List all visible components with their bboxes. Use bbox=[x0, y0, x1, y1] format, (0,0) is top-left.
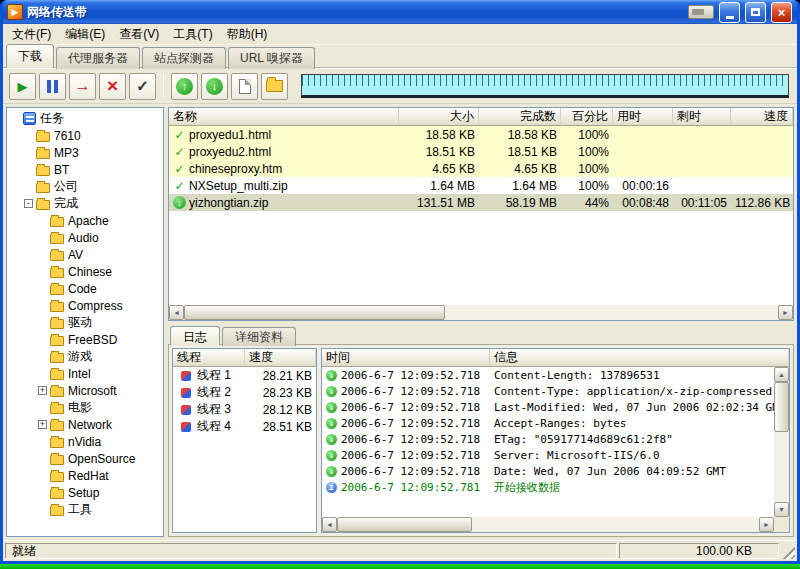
thread-row[interactable]: 线程 128.21 KB bbox=[173, 367, 316, 384]
scroll-right-button[interactable]: ► bbox=[759, 517, 774, 532]
log-row[interactable]: 2006-6-7 12:09:52.718Content-Type: appli… bbox=[322, 383, 774, 399]
tree-item[interactable]: Chinese bbox=[7, 263, 163, 280]
app-icon[interactable]: ▶ bbox=[7, 4, 23, 20]
tree-item[interactable]: 游戏 bbox=[7, 348, 163, 365]
tree-item[interactable]: OpenSource bbox=[7, 450, 163, 467]
tree-item[interactable]: FreeBSD bbox=[7, 331, 163, 348]
column-header-elapsed[interactable]: 用时 bbox=[613, 108, 673, 126]
open-folder-button[interactable] bbox=[261, 73, 288, 100]
column-header-thread[interactable]: 线程 bbox=[173, 349, 245, 367]
download-row[interactable]: chineseproxy.htm4.65 KB4.65 KB100% bbox=[169, 160, 793, 177]
tree-item[interactable]: Setup bbox=[7, 484, 163, 501]
scrollbar-track[interactable] bbox=[184, 305, 778, 320]
tree-item[interactable]: Intel bbox=[7, 365, 163, 382]
download-row[interactable]: proxyedu2.html18.51 KB18.51 KB100% bbox=[169, 143, 793, 160]
tree-item[interactable]: nVidia bbox=[7, 433, 163, 450]
column-header-completed[interactable]: 完成数 bbox=[479, 108, 561, 126]
menu-view[interactable]: 查看(V) bbox=[112, 24, 166, 45]
download-row[interactable]: proxyedu1.html18.58 KB18.58 KB100% bbox=[169, 126, 793, 143]
column-header-remaining[interactable]: 剩时 bbox=[673, 108, 731, 126]
tree-item[interactable]: RedHat bbox=[7, 467, 163, 484]
log-message: ETag: "05917714d689c61:2f8" bbox=[490, 433, 774, 446]
download-size: 18.58 KB bbox=[399, 128, 479, 142]
tree-item[interactable]: 工具 bbox=[7, 501, 163, 518]
tree-item[interactable]: AV bbox=[7, 246, 163, 263]
tree-item[interactable]: +Microsoft bbox=[7, 382, 163, 399]
menu-file[interactable]: 文件(F) bbox=[5, 24, 58, 45]
minimize-button[interactable] bbox=[719, 2, 740, 23]
log-row[interactable]: 2006-6-7 12:09:52.781开始接收数据 bbox=[322, 479, 774, 495]
log-row[interactable]: 2006-6-7 12:09:52.718Server: Microsoft-I… bbox=[322, 447, 774, 463]
column-header-size[interactable]: 大小 bbox=[399, 108, 479, 126]
tab-site-explorer[interactable]: 站点探测器 bbox=[142, 47, 226, 69]
menu-tools[interactable]: 工具(T) bbox=[166, 24, 219, 45]
move-up-button[interactable]: ↑ bbox=[171, 73, 198, 100]
download-row[interactable]: yizhongtian.zip131.51 MB58.19 MB44%00:08… bbox=[169, 194, 793, 211]
menu-help[interactable]: 帮助(H) bbox=[220, 24, 275, 45]
scroll-left-button[interactable]: ◄ bbox=[169, 305, 184, 320]
tree-item[interactable]: BT bbox=[7, 161, 163, 178]
scrollbar-thumb[interactable] bbox=[774, 382, 789, 432]
tree-item[interactable]: Apache bbox=[7, 212, 163, 229]
scroll-right-button[interactable]: ► bbox=[778, 305, 793, 320]
log-info-icon bbox=[326, 482, 337, 493]
scroll-up-button[interactable]: ▲ bbox=[774, 367, 789, 382]
scrollbar-thumb[interactable] bbox=[337, 517, 472, 532]
column-header-name[interactable]: 名称 bbox=[169, 108, 399, 126]
close-button[interactable]: × bbox=[771, 2, 792, 23]
tree-item[interactable]: 任务 bbox=[7, 110, 163, 127]
expand-icon[interactable]: + bbox=[38, 386, 47, 395]
tree-item[interactable]: -完成 bbox=[7, 195, 163, 212]
tree-item[interactable]: 驱动 bbox=[7, 314, 163, 331]
log-row[interactable]: 2006-6-7 12:09:52.718Date: Wed, 07 Jun 2… bbox=[322, 463, 774, 479]
tree-item[interactable]: Audio bbox=[7, 229, 163, 246]
tab-proxy-servers[interactable]: 代理服务器 bbox=[56, 47, 140, 69]
scrollbar-thumb[interactable] bbox=[184, 305, 445, 320]
delete-task-button[interactable] bbox=[99, 73, 126, 100]
log-row[interactable]: 2006-6-7 12:09:52.718Last-Modified: Wed,… bbox=[322, 399, 774, 415]
scrollbar-track[interactable] bbox=[337, 517, 759, 532]
move-task-button[interactable] bbox=[69, 73, 96, 100]
tree-item[interactable]: 7610 bbox=[7, 127, 163, 144]
log-row[interactable]: 2006-6-7 12:09:52.718Accept-Ranges: byte… bbox=[322, 415, 774, 431]
tab-download[interactable]: 下载 bbox=[6, 44, 54, 68]
column-header-message[interactable]: 信息 bbox=[490, 349, 789, 367]
download-hscrollbar[interactable]: ◄ ► bbox=[169, 305, 793, 320]
column-header-thread-speed[interactable]: 速度 bbox=[245, 349, 316, 367]
tree-item[interactable]: 电影 bbox=[7, 399, 163, 416]
column-header-time[interactable]: 时间 bbox=[322, 349, 490, 367]
download-size: 18.51 KB bbox=[399, 145, 479, 159]
tab-log[interactable]: 日志 bbox=[170, 326, 220, 345]
new-download-button[interactable] bbox=[9, 73, 36, 100]
collapse-icon[interactable]: - bbox=[24, 199, 33, 208]
tree-item[interactable]: MP3 bbox=[7, 144, 163, 161]
resize-grip[interactable] bbox=[781, 543, 795, 559]
column-header-speed[interactable]: 速度 bbox=[731, 108, 793, 126]
open-file-button[interactable] bbox=[231, 73, 258, 100]
tab-url-sniffer[interactable]: URL 嗅探器 bbox=[228, 47, 315, 69]
log-row[interactable]: 2006-6-7 12:09:52.718Content-Length: 137… bbox=[322, 367, 774, 383]
tab-details[interactable]: 详细资料 bbox=[222, 327, 296, 346]
download-row[interactable]: NXSetup_multi.zip1.64 MB1.64 MB100%00:00… bbox=[169, 177, 793, 194]
pause-button[interactable] bbox=[39, 73, 66, 100]
column-header-percent[interactable]: 百分比 bbox=[561, 108, 613, 126]
log-vscrollbar[interactable]: ▲ ▼ bbox=[774, 367, 789, 517]
scroll-down-button[interactable]: ▼ bbox=[774, 502, 789, 517]
log-hscrollbar[interactable]: ◄ ► bbox=[322, 517, 789, 532]
tree-item[interactable]: Code bbox=[7, 280, 163, 297]
thread-row[interactable]: 线程 228.23 KB bbox=[173, 384, 316, 401]
thread-row[interactable]: 线程 428.51 KB bbox=[173, 418, 316, 435]
scrollbar-track[interactable] bbox=[774, 382, 789, 502]
expand-icon[interactable]: + bbox=[38, 420, 47, 429]
tree-item[interactable]: 公司 bbox=[7, 178, 163, 195]
move-down-button[interactable]: ↓ bbox=[201, 73, 228, 100]
tree-item[interactable]: +Network bbox=[7, 416, 163, 433]
menu-edit[interactable]: 编辑(E) bbox=[58, 24, 112, 45]
commit-button[interactable] bbox=[129, 73, 156, 100]
maximize-button[interactable] bbox=[745, 2, 766, 23]
log-row[interactable]: 2006-6-7 12:09:52.718ETag: "05917714d689… bbox=[322, 431, 774, 447]
titlebar-extra-icon[interactable] bbox=[688, 5, 714, 19]
thread-row[interactable]: 线程 328.12 KB bbox=[173, 401, 316, 418]
scroll-left-button[interactable]: ◄ bbox=[322, 517, 337, 532]
tree-item[interactable]: Compress bbox=[7, 297, 163, 314]
